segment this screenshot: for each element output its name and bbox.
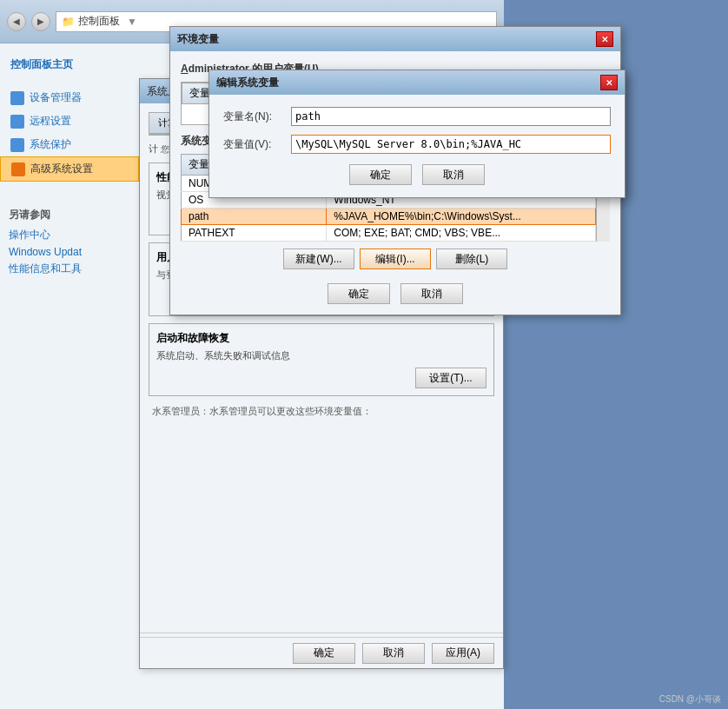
edit-sys-var-button[interactable]: 编辑(I)... [360,248,431,269]
back-button[interactable]: ◀ [7,12,26,31]
edit-ok-button[interactable]: 确定 [349,164,412,185]
forward-button[interactable]: ▶ [31,12,50,31]
sidebar-item-device-manager[interactable]: 设备管理器 [0,86,139,109]
edit-dialog-close-button[interactable]: ✕ [600,75,618,90]
advanced-icon [11,162,25,176]
link-action-center[interactable]: 操作中心 [9,228,130,242]
var-value: COM; EXE; BAT; CMD; VBS; VBE... [327,225,596,242]
adv-apply-button[interactable]: 应用(A) [432,643,494,664]
link-windows-update[interactable]: Windows Updat [9,246,130,258]
startup-section: 启动和故障恢复 系统启动、系统失败和调试信息 设置(T)... [149,323,494,396]
var-name-input[interactable] [291,107,611,126]
var-name: PATHEXT [182,225,327,242]
watermark: CSDN @小哥谈 [659,693,721,706]
startup-set-button[interactable]: 设置(T)... [415,368,486,388]
sidebar-title[interactable]: 控制面板主页 [0,52,139,77]
sidebar-item-remote[interactable]: 远程设置 [0,109,139,133]
sidebar-item-protection[interactable]: 系统保护 [0,133,139,156]
sidebar-item-label: 设备管理器 [30,90,82,105]
sys-vars-actions: 新建(W)... 编辑(I)... 删除(L) [181,248,610,269]
address-text: 控制面板 [78,14,120,29]
var-value-label: 变量值(V): [223,137,284,152]
edit-dialog-title: 编辑系统变量 [216,76,279,90]
var-value-path: %JAVA_HOME%\bin;C:\Windows\Syst... [327,209,596,225]
sidebar-item-advanced[interactable]: 高级系统设置 [0,156,139,182]
adv-bottom-buttons: 确定 取消 应用(A) [140,637,503,668]
sidebar-item-label: 系统保护 [30,137,71,152]
var-name-label: 变量名(N): [223,109,284,124]
link-performance[interactable]: 性能信息和工具 [9,262,130,276]
edit-dialog-body: 变量名(N): 变量值(V): 确定 取消 [209,95,625,197]
adv-cancel-button[interactable]: 取消 [362,643,425,664]
env-dialog-footer: 确定 取消 [181,283,610,304]
system-footer-text: 水系管理员：水系管理员可以更改这些环境变量值： [149,405,494,418]
var-name-row: 变量名(N): [223,107,611,126]
sidebar-item-label: 高级系统设置 [30,162,93,176]
env-dialog-close[interactable]: ✕ [596,31,613,47]
adv-ok-button[interactable]: 确定 [293,643,355,664]
var-value-row: 变量值(V): [223,135,611,154]
edit-dialog-title-bar: 编辑系统变量 ✕ [209,70,625,95]
device-manager-icon [10,91,24,105]
env-dialog-title: 环境变量 [177,32,219,47]
delete-sys-var-button[interactable]: 删除(L) [436,248,507,269]
address-icon: 📁 [62,16,75,28]
another-title: 另请参阅 [9,208,130,222]
table-row-path[interactable]: path %JAVA_HOME%\bin;C:\Windows\Syst... [182,209,596,225]
edit-cancel-button[interactable]: 取消 [422,164,485,185]
var-name-path: path [182,209,327,225]
sidebar-item-label: 远程设置 [30,114,71,129]
remote-icon [10,115,24,129]
var-value-input[interactable] [291,135,611,154]
startup-desc: 系统启动、系统失败和调试信息 [156,349,486,362]
edit-dialog-buttons: 确定 取消 [223,164,611,185]
chevron-icon: ▼ [127,16,137,28]
env-dialog-title-bar: 环境变量 ✕ [170,27,620,51]
table-row[interactable]: PATHEXT COM; EXE; BAT; CMD; VBS; VBE... [182,225,596,242]
startup-title: 启动和故障恢复 [156,331,486,346]
new-sys-var-button[interactable]: 新建(W)... [283,248,354,269]
shield-icon [10,138,24,152]
env-cancel-button[interactable]: 取消 [400,283,463,304]
sidebar: 控制面板主页 设备管理器 远程设置 系统保护 高级系统设置 另请参阅 操作中心 … [0,43,139,297]
env-ok-button[interactable]: 确定 [328,283,390,304]
another-section: 另请参阅 操作中心 Windows Updat 性能信息和工具 [0,199,139,288]
edit-sys-var-dialog: 编辑系统变量 ✕ 变量名(N): 变量值(V): 确定 取消 [208,70,625,198]
